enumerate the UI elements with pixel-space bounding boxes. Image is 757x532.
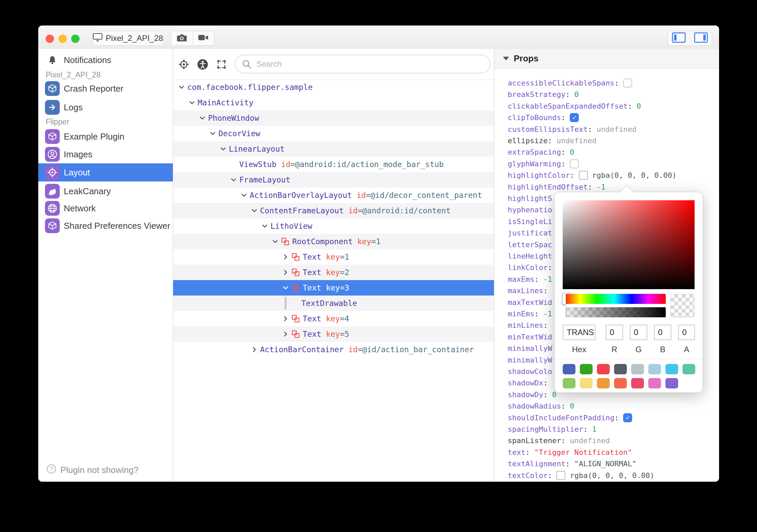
prop-key: clipToBounds <box>508 113 561 122</box>
search-input[interactable] <box>256 59 490 69</box>
sidebar-item-layout[interactable]: Layout <box>38 163 173 181</box>
close-button[interactable] <box>46 35 54 43</box>
tree-row[interactable]: Textkey=5 <box>173 326 494 342</box>
tree-row[interactable]: TextDrawable <box>173 296 494 311</box>
palette-swatch[interactable] <box>648 364 661 374</box>
props-row: extraSpacing:0 <box>508 146 719 158</box>
chevron-right-icon[interactable] <box>282 330 289 338</box>
alpha-input[interactable] <box>678 325 695 340</box>
inspector-toolbar <box>173 49 494 80</box>
chevron-right-icon[interactable] <box>282 269 289 276</box>
palette-swatch[interactable] <box>665 364 678 374</box>
color-swatch[interactable] <box>579 171 588 180</box>
chevron-down-icon[interactable] <box>209 130 216 137</box>
tree-row[interactable]: com.facebook.flipper.sample <box>173 79 494 95</box>
tree-row[interactable]: Textkey=1 <box>173 249 494 265</box>
chevron-right-icon[interactable] <box>282 315 289 322</box>
b-label: B <box>660 345 665 354</box>
palette-swatch[interactable] <box>631 378 644 388</box>
chevron-down-icon[interactable] <box>199 114 206 122</box>
palette-swatch[interactable] <box>614 364 627 374</box>
sidebar-item-logs[interactable]: Logs <box>38 98 173 116</box>
sidebar-item-notifications[interactable]: Notifications <box>38 51 173 69</box>
hex-input[interactable] <box>563 325 596 340</box>
chevron-right-icon[interactable] <box>251 346 258 353</box>
minimize-button[interactable] <box>58 35 67 43</box>
sidebar-item-images[interactable]: Images <box>38 145 173 163</box>
target-mode-button[interactable] <box>178 59 190 71</box>
accessibility-mode-button[interactable] <box>197 59 208 71</box>
sidebar-item-label: Network <box>64 203 96 214</box>
tree-node-attr-value: =1 <box>340 253 349 261</box>
palette-swatch[interactable] <box>614 378 627 388</box>
checkbox[interactable] <box>570 159 579 168</box>
tree-row[interactable]: ContentFrameLayoutid=@android:id/content <box>173 203 494 218</box>
blue-input[interactable] <box>654 325 671 340</box>
tree-row[interactable]: ActionBarContainerid=@id/action_bar_cont… <box>173 342 494 357</box>
palette-swatch[interactable] <box>665 378 678 388</box>
alpha-slider[interactable] <box>563 307 666 317</box>
chevron-down-icon[interactable] <box>188 99 196 106</box>
checkbox[interactable]: ✓ <box>623 413 632 422</box>
color-swatch[interactable] <box>556 471 565 480</box>
palette-swatch[interactable] <box>683 364 695 374</box>
alpha-slider-handle[interactable] <box>563 307 566 317</box>
tree-row[interactable]: LithoView <box>173 218 494 234</box>
sidebar-item-network[interactable]: Network <box>38 199 173 217</box>
palette-swatch[interactable] <box>580 378 593 388</box>
red-input[interactable] <box>606 325 623 340</box>
tree-row[interactable]: Textkey=3 <box>173 280 494 296</box>
chevron-right-icon[interactable] <box>282 253 289 261</box>
chevron-down-icon[interactable] <box>282 284 289 291</box>
prop-key: accessibleClickableSpans <box>508 79 614 87</box>
chevron-down-icon[interactable] <box>271 238 279 245</box>
chevron-down-icon[interactable] <box>261 222 268 230</box>
chevron-down-icon[interactable] <box>178 84 185 91</box>
tree-row[interactable]: MainActivity <box>173 95 494 110</box>
sidebar-item-crash-reporter[interactable]: Crash Reporter <box>38 79 173 98</box>
expand-selection-button[interactable] <box>216 59 227 71</box>
toggle-left-panel-button[interactable] <box>668 31 690 45</box>
palette-swatch[interactable] <box>563 364 575 374</box>
checkbox[interactable]: ✓ <box>570 113 579 122</box>
chevron-down-icon[interactable] <box>240 192 248 199</box>
tree-row[interactable]: Textkey=4 <box>173 311 494 326</box>
bell-icon <box>47 55 57 66</box>
sidebar-item-leakcanary[interactable]: LeakCanary <box>38 182 173 200</box>
sidebar-section-device: Pixel_2_API_28 <box>46 70 101 80</box>
saturation-brightness-area[interactable] <box>563 200 695 289</box>
sidebar-item-shared-preferences-viewer[interactable]: Shared Preferences Viewer <box>38 217 173 235</box>
chevron-down-icon[interactable] <box>251 207 258 214</box>
tree-row[interactable]: Textkey=2 <box>173 265 494 280</box>
hue-slider-handle[interactable] <box>562 293 566 305</box>
tree-row[interactable]: PhoneWindow <box>173 110 494 126</box>
palette-swatch[interactable] <box>597 364 610 374</box>
tree-row[interactable]: ActionBarOverlayLayoutid=@id/decor_conte… <box>173 188 494 203</box>
litho-component-icon <box>291 268 300 277</box>
toggle-right-panel-button[interactable] <box>690 31 712 45</box>
palette-swatch[interactable] <box>631 364 644 374</box>
tree-row[interactable]: ViewStubid=@android:id/action_mode_bar_s… <box>173 157 494 172</box>
tree-row[interactable]: RootComponentkey=1 <box>173 234 494 249</box>
device-selector-button[interactable]: Pixel_2_API_28 <box>92 31 163 46</box>
palette-swatch[interactable] <box>597 378 610 388</box>
palette-swatch[interactable] <box>563 378 575 388</box>
sidebar-item-example-plugin[interactable]: Example Plugin <box>38 127 173 146</box>
checkbox[interactable] <box>623 78 632 88</box>
zoom-button[interactable] <box>71 35 80 43</box>
litho-component-icon <box>281 237 290 246</box>
tree-row[interactable]: FrameLayout <box>173 172 494 188</box>
record-video-button[interactable] <box>193 31 214 45</box>
palette-swatch[interactable] <box>648 378 661 388</box>
palette-swatch[interactable] <box>580 364 593 374</box>
chevron-down-icon[interactable] <box>230 176 237 183</box>
camera-icon <box>176 33 187 44</box>
props-header[interactable]: Props <box>494 49 719 68</box>
hue-slider[interactable] <box>563 294 666 304</box>
plugin-not-showing-link[interactable]: ? Plugin not showing? <box>46 464 139 476</box>
tree-row[interactable]: LinearLayout <box>173 141 494 157</box>
chevron-down-icon[interactable] <box>219 145 227 153</box>
green-input[interactable] <box>630 325 647 340</box>
screenshot-button[interactable] <box>171 31 193 45</box>
tree-row[interactable]: DecorView <box>173 126 494 141</box>
